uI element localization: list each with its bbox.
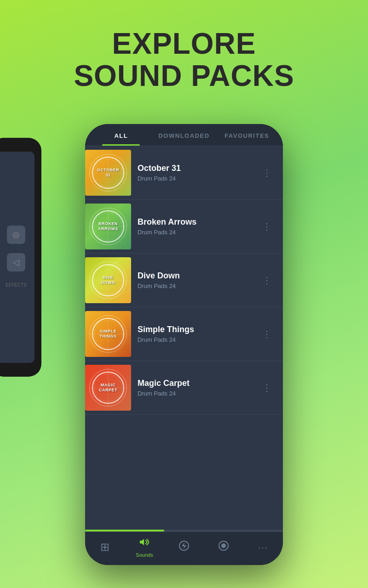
- svg-marker-22: [182, 543, 186, 549]
- sound-list: OCTOBER31 October 31 Drum Pads 24 ⋮: [85, 146, 283, 530]
- thumb-label-dive-down: DIVEDOWN: [101, 275, 115, 285]
- tab-downloaded[interactable]: DOWNLOADED: [153, 124, 216, 146]
- left-phone-decoration: ◎ ◁ EFFECTS: [0, 138, 41, 377]
- left-phone-text: EFFECTS: [4, 281, 29, 289]
- tab-bar: ALL DOWNLOADED FAVOURITES: [85, 124, 283, 146]
- left-phone-icon-1: ◎: [7, 226, 25, 244]
- tab-favourites[interactable]: FAVOURITES: [215, 124, 278, 146]
- bottom-nav: ⊞ Sounds: [85, 531, 283, 565]
- sound-thumbnail-october31: OCTOBER31: [85, 150, 131, 196]
- phone-screen: ALL DOWNLOADED FAVOURITES OCTOBER31: [85, 124, 283, 565]
- nav-item-more[interactable]: ···: [249, 542, 277, 553]
- sound-name: Broken Arrows: [138, 217, 259, 227]
- flash-icon: [178, 540, 190, 554]
- sound-info-magic-carpet: Magic Carpet Drum Pads 24: [138, 379, 259, 397]
- nav-item-sounds[interactable]: Sounds: [131, 537, 158, 558]
- svg-point-24: [221, 543, 226, 548]
- grid-icon: ⊞: [100, 541, 109, 554]
- sound-author: Drum Pads 24: [138, 283, 259, 289]
- more-icon: ···: [258, 542, 269, 553]
- thumb-label-october31: OCTOBER31: [97, 168, 119, 178]
- sound-author: Drum Pads 24: [138, 175, 259, 182]
- sound-thumbnail-broken-arrows: BROKENARROWS: [85, 204, 131, 249]
- thumb-circle: MAGICCARPET: [92, 372, 124, 404]
- sound-author: Drum Pads 24: [138, 229, 259, 236]
- svg-marker-20: [140, 539, 144, 545]
- sound-thumbnail-magic-carpet: MAGICCARPET: [85, 365, 131, 411]
- list-item[interactable]: MAGICCARPET Magic Carpet Drum Pads 24 ⋮: [85, 361, 283, 415]
- list-item[interactable]: BROKENARROWS Broken Arrows Drum Pads 24 …: [85, 200, 283, 254]
- sound-info-october31: October 31 Drum Pads 24: [138, 164, 259, 182]
- nav-item-flash[interactable]: [170, 540, 198, 554]
- header-line1: EXPLORE: [0, 28, 368, 60]
- main-phone: ALL DOWNLOADED FAVOURITES OCTOBER31: [85, 124, 283, 565]
- sound-info-dive-down: Dive Down Drum Pads 24: [138, 271, 259, 289]
- thumb-circle: BROKENARROWS: [92, 210, 124, 243]
- thumb-circle: SIMPLETHINGS: [92, 318, 124, 350]
- thumb-label-broken-arrows: BROKENARROWS: [98, 221, 118, 232]
- tab-all[interactable]: ALL: [90, 124, 153, 146]
- sound-menu-button[interactable]: ⋮: [259, 325, 276, 343]
- sound-name: Magic Carpet: [138, 379, 259, 388]
- thumb-circle: DIVEDOWN: [92, 264, 124, 296]
- sound-menu-button[interactable]: ⋮: [259, 271, 276, 289]
- sound-info-broken-arrows: Broken Arrows Drum Pads 24: [138, 217, 259, 236]
- thumb-label-simple-things: SIMPLETHINGS: [99, 329, 116, 339]
- scroll-bar: [85, 530, 164, 531]
- sound-name: Dive Down: [138, 271, 259, 281]
- thumb-label-magic-carpet: MAGICCARPET: [99, 383, 117, 393]
- left-phone-screen: ◎ ◁ EFFECTS: [0, 152, 34, 363]
- sounds-label: Sounds: [136, 552, 153, 558]
- scroll-indicator: [85, 530, 283, 531]
- nav-item-record[interactable]: [210, 540, 237, 554]
- thumb-circle: OCTOBER31: [92, 157, 124, 189]
- record-icon: [218, 540, 229, 554]
- nav-item-grid[interactable]: ⊞: [91, 541, 119, 554]
- sound-thumbnail-simple-things: SIMPLETHINGS: [85, 311, 131, 357]
- header-line2: SOUND PACKS: [0, 60, 368, 92]
- list-item[interactable]: DIVEDOWN Dive Down Drum Pads 24 ⋮: [85, 254, 283, 307]
- sound-menu-button[interactable]: ⋮: [259, 217, 276, 236]
- sound-name: October 31: [138, 164, 259, 173]
- header: EXPLORE SOUND PACKS: [0, 0, 368, 111]
- sound-menu-button[interactable]: ⋮: [259, 379, 276, 397]
- sound-icon: [139, 537, 150, 550]
- list-item[interactable]: SIMPLETHINGS Simple Things Drum Pads 24 …: [85, 307, 283, 361]
- list-item[interactable]: OCTOBER31 October 31 Drum Pads 24 ⋮: [85, 146, 283, 200]
- sound-menu-button[interactable]: ⋮: [259, 164, 276, 182]
- left-phone-icon-2: ◁: [7, 253, 25, 271]
- sound-thumbnail-dive-down: DIVEDOWN: [85, 257, 131, 303]
- sound-info-simple-things: Simple Things Drum Pads 24: [138, 325, 259, 343]
- sound-author: Drum Pads 24: [138, 336, 259, 343]
- sound-author: Drum Pads 24: [138, 390, 259, 397]
- sound-name: Simple Things: [138, 325, 259, 334]
